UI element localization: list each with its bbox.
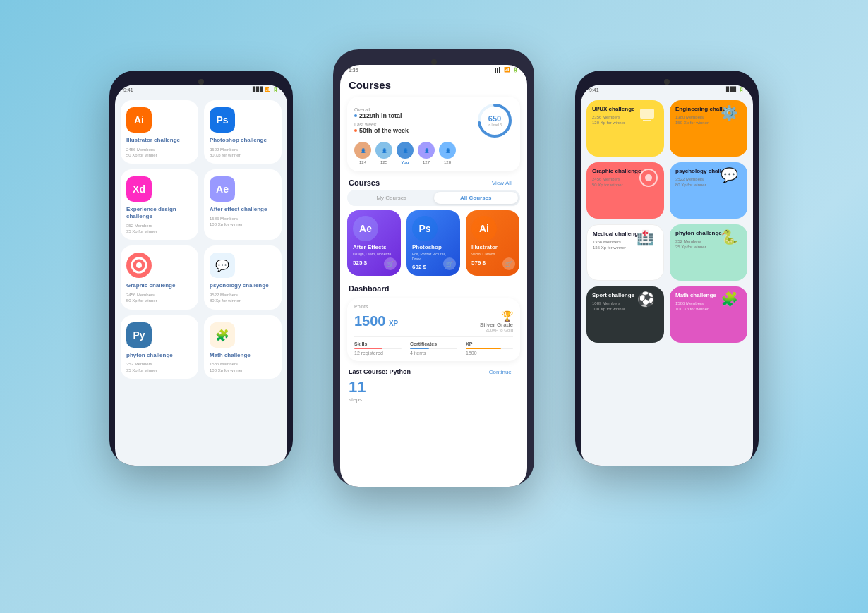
avatars-row: 👤 124 👤 125 👤 You 👤 127: [354, 139, 513, 166]
psychology-right-icon: 💬: [721, 166, 743, 189]
xp-bar-fill: [466, 348, 501, 349]
certs-value: 4 items: [410, 351, 457, 356]
svg-rect-7: [495, 68, 496, 73]
avatar-124: 👤 124: [354, 142, 371, 164]
rc-medical[interactable]: Medical challenge 1356 Members 135 Xp fo…: [586, 224, 664, 281]
stat-skills: Skills 12 registered: [354, 341, 402, 356]
courses-section-title: Courses: [349, 178, 380, 187]
avatar-128: 👤 128: [439, 142, 456, 164]
illustrator-icon: Ai: [126, 107, 152, 133]
uiux-icon: [637, 104, 660, 127]
lastweek-value: 50th of the week: [354, 127, 476, 134]
psychology-icon: 💬: [210, 253, 235, 278]
rc-sport[interactable]: Sport challenge 1089 Members 100 Xp for …: [586, 286, 664, 343]
continue-button[interactable]: Continue →: [489, 369, 519, 375]
avatar-127: 👤 127: [418, 142, 435, 164]
photoshop-meta: 3522 Members 80 Xp for winner: [210, 147, 241, 159]
course-ae[interactable]: Ae After Effects Design, Learn, Monetize…: [347, 210, 401, 276]
sport-icon: ⚽: [637, 291, 660, 313]
xd-title: Experience design challenge: [126, 206, 193, 219]
screen-center: 1:35 📶 🔋 Courses Overall: [340, 65, 527, 487]
challenge-photoshop[interactable]: Ps Photoshop challenge 3522 Members 80 X…: [204, 100, 282, 164]
tab-all-courses[interactable]: All Courses: [434, 192, 519, 204]
challenge-illustrator[interactable]: Ai Illustrator challenge 2456 Members 50…: [121, 100, 198, 164]
python-title: phyton challenge: [126, 352, 173, 359]
last-course-title: Last Course: Python: [349, 368, 411, 375]
stat-certificates: Certificates 4 items: [410, 341, 457, 356]
course-ai[interactable]: Ai Illustrator Vector Cartoon 579 $ 🛒: [466, 210, 519, 276]
courses-section-header: Courses View All →: [340, 174, 527, 190]
avatar-circle-128: 👤: [439, 142, 456, 159]
challenge-ae[interactable]: Ae After effect challenge 1586 Members 1…: [204, 169, 282, 240]
challenge-math[interactable]: 🧩 Math challenge 1586 Members 100 Xp for…: [204, 315, 282, 379]
avatar-125: 👤 125: [375, 142, 392, 164]
rc-engineering[interactable]: Engineering challenge 1380 Members 150 X…: [670, 100, 747, 157]
python-meta: 352 Members 35 Xp for winner: [126, 361, 157, 373]
dashboard-title: Dashboard: [349, 284, 389, 293]
svg-text:💬: 💬: [215, 259, 229, 272]
svg-point-2: [136, 262, 142, 268]
ai-cart-icon[interactable]: 🛒: [502, 257, 515, 270]
photoshop-icon: Ps: [210, 107, 235, 133]
svg-text:🧩: 🧩: [215, 329, 229, 342]
rc-psychology[interactable]: psychology challenge 3522 Members 80 Xp …: [670, 162, 747, 219]
challenge-python[interactable]: Py phyton challenge 352 Members 35 Xp fo…: [121, 315, 198, 379]
circle-progress: 650 to level 6: [476, 102, 513, 139]
ae-course-name: After Effects: [353, 244, 395, 250]
status-bar-left: 9:41 ▊▊▊ 📶 🔋: [115, 85, 287, 95]
xd-meta: 352 Members 35 Xp for winner: [126, 223, 157, 235]
medical-icon: 🏥: [637, 229, 659, 252]
stat-xp: XP 1500: [466, 341, 513, 356]
stats-row: Skills 12 registered Certificates 4 item…: [354, 336, 513, 356]
ae-cart-icon[interactable]: 🛒: [384, 257, 397, 270]
phones-container: 9:41 ▊▊▊ 📶 🔋 Ai Illustrator challenge 24…: [0, 0, 868, 613]
skills-bar: [354, 348, 402, 349]
points-unit: XP: [389, 320, 398, 327]
rc-graphic[interactable]: Graphic challenge 2456 Members 50 Xp for…: [586, 162, 664, 219]
ranking-info: Overall 2129th in total Last week 50th o…: [354, 107, 476, 134]
graphic-icon: [126, 253, 152, 278]
tab-my-courses[interactable]: My Courses: [349, 192, 434, 204]
ranking-row: Overall 2129th in total Last week 50th o…: [354, 102, 513, 139]
skills-value: 12 registered: [354, 351, 402, 356]
steps-value: 11: [340, 378, 527, 396]
status-bar-right: 9:41 ▊▊▊ 🔋: [581, 85, 753, 95]
status-bar-center: 1:35 📶 🔋: [340, 65, 527, 75]
xp-value: 1500: [466, 351, 513, 356]
ps-course-icon: Ps: [412, 216, 438, 241]
svg-rect-14: [643, 120, 651, 121]
phone-center: 1:35 📶 🔋 Courses Overall: [333, 49, 534, 487]
ranking-card: Overall 2129th in total Last week 50th o…: [347, 97, 520, 171]
screen-right: 9:41 ▊▊▊ 🔋 UI/UX challenge 2356 Members …: [581, 85, 753, 466]
ae-icon: Ae: [210, 176, 235, 202]
camera-right: [664, 79, 670, 85]
math-right-icon: 🧩: [721, 291, 743, 313]
lastweek-dot: [354, 129, 357, 132]
certs-label: Certificates: [410, 341, 457, 346]
ae-title: After effect challenge: [210, 206, 267, 213]
svg-rect-8: [497, 68, 498, 73]
overall-value: 2129th in total: [354, 112, 476, 119]
rc-python[interactable]: phyton challenge 352 Members 35 Xp for w…: [670, 224, 747, 281]
graphic-meta: 2456 Members 50 Xp for winner: [126, 292, 157, 304]
psychology-title: psychology challenge: [210, 282, 269, 289]
course-ps[interactable]: Ps Photoshop Edit, Portrait Pictures, Dr…: [406, 210, 460, 276]
view-all-button[interactable]: View All →: [492, 180, 519, 186]
overall-label: Overall: [354, 107, 476, 112]
points-display: 1500 XP: [354, 313, 398, 329]
rc-uiux[interactable]: UI/UX challenge 2356 Members 120 Xp for …: [586, 100, 664, 157]
challenge-graphic[interactable]: Graphic challenge 2456 Members 50 Xp for…: [121, 245, 198, 309]
challenge-psychology[interactable]: 💬 psychology challenge 3522 Members 80 X…: [204, 245, 282, 309]
ps-cart-icon[interactable]: 🛒: [443, 257, 456, 270]
challenge-xd[interactable]: Xd Experience design challenge 352 Membe…: [121, 169, 198, 240]
camera-center: [431, 59, 437, 65]
rc-math[interactable]: Math challenge 1586 Members 100 Xp for w…: [670, 286, 747, 343]
phone-left: 9:41 ▊▊▊ 📶 🔋 Ai Illustrator challenge 24…: [109, 71, 293, 466]
ae-course-icon: Ae: [353, 216, 378, 241]
courses-scroll: Ae After Effects Design, Learn, Monetize…: [340, 210, 527, 280]
avatar-circle-you: 👤: [397, 142, 414, 159]
points-value: 1500: [354, 313, 386, 329]
grade-badge: 🏆 Silver Grade 200XP to Gold: [480, 310, 513, 332]
points-label: Points: [354, 304, 513, 309]
python-icon: Py: [126, 322, 152, 348]
